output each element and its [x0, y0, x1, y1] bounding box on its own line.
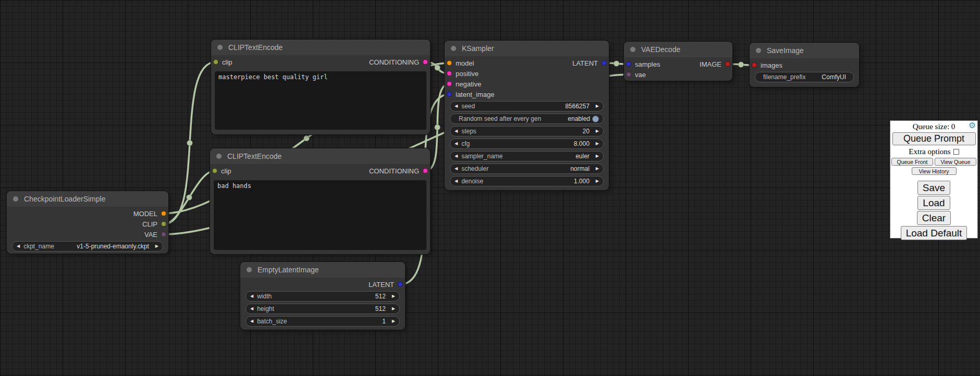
- view-history-button[interactable]: View History: [912, 167, 957, 175]
- decrement-arrow-icon[interactable]: ◀: [17, 244, 20, 248]
- decrement-arrow-icon[interactable]: ◀: [455, 179, 458, 183]
- load-button[interactable]: Load: [917, 196, 950, 210]
- decrement-arrow-icon[interactable]: ◀: [250, 307, 253, 311]
- width-widget[interactable]: ◀ width 512 ▶: [246, 291, 400, 302]
- latent-output-port[interactable]: [398, 282, 403, 287]
- cfg-widget[interactable]: ◀ cfg 8.000 ▶: [450, 139, 604, 149]
- increment-arrow-icon[interactable]: ▶: [596, 167, 599, 171]
- widget-label: sampler_name: [461, 153, 503, 160]
- settings-gear-icon[interactable]: ⚙: [969, 121, 976, 130]
- vae-input-port[interactable]: [626, 72, 631, 77]
- node-collapse-dot[interactable]: [756, 48, 761, 53]
- node-title-bar[interactable]: VAEDecode: [624, 42, 732, 57]
- samples-input-port[interactable]: [626, 61, 631, 67]
- widget-value[interactable]: 8566257: [475, 103, 590, 110]
- widget-value[interactable]: 512: [272, 293, 386, 300]
- toggle-on-icon[interactable]: [592, 116, 599, 122]
- input-label: clip: [222, 58, 232, 66]
- increment-arrow-icon[interactable]: ▶: [596, 104, 599, 108]
- conditioning-output-port[interactable]: [423, 59, 428, 65]
- decrement-arrow-icon[interactable]: ◀: [455, 167, 458, 171]
- clip-output-port[interactable]: [161, 221, 166, 227]
- node-collapse-dot[interactable]: [217, 45, 223, 50]
- height-widget[interactable]: ◀ height 512 ▶: [246, 304, 400, 314]
- widget-value[interactable]: 1.000: [483, 178, 590, 185]
- queue-prompt-button[interactable]: Queue Prompt: [892, 132, 976, 145]
- node-title-bar[interactable]: CheckpointLoaderSimple: [7, 191, 168, 207]
- scheduler-widget[interactable]: ◀ scheduler normal ▶: [450, 164, 604, 174]
- model-input-port[interactable]: [447, 60, 452, 66]
- widget-value[interactable]: v1-5-pruned-emaonly.ckpt: [54, 243, 149, 250]
- increment-arrow-icon[interactable]: ▶: [596, 142, 599, 146]
- node-collapse-dot[interactable]: [13, 196, 18, 202]
- model-output-port[interactable]: [161, 211, 166, 216]
- decrement-arrow-icon[interactable]: ◀: [455, 104, 458, 108]
- input-label: images: [761, 61, 782, 69]
- decrement-arrow-icon[interactable]: ◀: [455, 142, 458, 146]
- node-collapse-dot[interactable]: [216, 154, 222, 159]
- node-save-image[interactable]: SaveImage images filename_prefix ComfyUI: [750, 43, 859, 87]
- steps-widget[interactable]: ◀ steps 20 ▶: [450, 126, 604, 136]
- node-ksampler[interactable]: KSampler model LATENT positive negative …: [445, 41, 609, 190]
- widget-value[interactable]: ComfyUI: [805, 73, 846, 81]
- increment-arrow-icon[interactable]: ▶: [392, 307, 395, 311]
- save-button[interactable]: Save: [917, 181, 950, 195]
- node-vae-decode[interactable]: VAEDecode samples IMAGE vae: [624, 42, 732, 81]
- images-input-port[interactable]: [752, 62, 757, 68]
- increment-arrow-icon[interactable]: ▶: [392, 294, 395, 298]
- widget-value[interactable]: euler: [503, 153, 590, 160]
- widget-value[interactable]: 8.000: [470, 140, 590, 147]
- decrement-arrow-icon[interactable]: ◀: [250, 294, 253, 298]
- node-clip-text-encode-negative[interactable]: CLIPTextEncode clip CONDITIONING bad han…: [210, 148, 430, 254]
- clear-button[interactable]: Clear: [917, 211, 951, 225]
- increment-arrow-icon[interactable]: ▶: [596, 179, 599, 183]
- image-output-port[interactable]: [725, 61, 730, 67]
- node-title-bar[interactable]: SaveImage: [750, 43, 859, 58]
- denoise-widget[interactable]: ◀ denoise 1.000 ▶: [450, 176, 604, 186]
- input-label: vae: [635, 71, 646, 79]
- widget-value[interactable]: 512: [274, 305, 386, 312]
- load-default-button[interactable]: Load Default: [901, 226, 967, 240]
- sampler-name-widget[interactable]: ◀ sampler_name euler ▶: [450, 151, 604, 161]
- increment-arrow-icon[interactable]: ▶: [596, 129, 599, 133]
- clip-input-port[interactable]: [212, 168, 217, 173]
- batch-size-widget[interactable]: ◀ batch_size 1 ▶: [246, 316, 400, 327]
- node-checkpoint-loader[interactable]: CheckpointLoaderSimple MODEL CLIP VAE ◀ …: [7, 191, 168, 254]
- node-collapse-dot[interactable]: [451, 46, 456, 51]
- node-graph-canvas[interactable]: CheckpointLoaderSimple MODEL CLIP VAE ◀ …: [0, 0, 980, 376]
- decrement-arrow-icon[interactable]: ◀: [455, 154, 458, 158]
- node-empty-latent-image[interactable]: EmptyLatentImage LATENT ◀ width 512 ▶ ◀ …: [240, 262, 405, 330]
- decrement-arrow-icon[interactable]: ◀: [455, 129, 458, 133]
- widget-value[interactable]: 20: [476, 128, 590, 135]
- node-title-bar[interactable]: CLIPTextEncode: [210, 148, 430, 164]
- output-label: VAE: [144, 231, 157, 239]
- node-title-bar[interactable]: KSampler: [445, 41, 609, 56]
- node-title-bar[interactable]: CLIPTextEncode: [211, 40, 430, 55]
- node-collapse-dot[interactable]: [247, 267, 252, 272]
- clip-input-port[interactable]: [213, 59, 218, 65]
- conditioning-output-port[interactable]: [423, 168, 428, 173]
- view-queue-button[interactable]: View Queue: [935, 158, 976, 166]
- prompt-text-area[interactable]: masterpiece best quality girl: [215, 71, 426, 130]
- seed-widget[interactable]: ◀ seed 8566257 ▶: [450, 101, 604, 111]
- increment-arrow-icon[interactable]: ▶: [392, 319, 395, 323]
- latent-image-input-port[interactable]: [447, 92, 452, 97]
- extra-options-checkbox[interactable]: [953, 149, 959, 155]
- decrement-arrow-icon[interactable]: ◀: [250, 319, 253, 323]
- increment-arrow-icon[interactable]: ▶: [155, 244, 158, 248]
- filename-prefix-widget[interactable]: filename_prefix ComfyUI: [755, 72, 854, 82]
- node-collapse-dot[interactable]: [630, 47, 635, 52]
- prompt-text-area[interactable]: bad hands: [214, 180, 426, 250]
- increment-arrow-icon[interactable]: ▶: [596, 154, 599, 158]
- negative-input-port[interactable]: [447, 81, 452, 86]
- ckpt-name-widget[interactable]: ◀ ckpt_name v1-5-pruned-emaonly.ckpt ▶: [12, 241, 163, 252]
- node-clip-text-encode-positive[interactable]: CLIPTextEncode clip CONDITIONING masterp…: [211, 40, 430, 134]
- vae-output-port[interactable]: [161, 232, 166, 237]
- random-seed-toggle-widget[interactable]: Random seed after every gen enabled: [450, 114, 604, 124]
- queue-front-button[interactable]: Queue Front: [891, 158, 933, 166]
- positive-input-port[interactable]: [447, 71, 452, 76]
- widget-value[interactable]: normal: [488, 165, 590, 172]
- widget-value[interactable]: 1: [287, 318, 386, 325]
- node-title-bar[interactable]: EmptyLatentImage: [240, 262, 405, 278]
- latent-output-port[interactable]: [602, 60, 607, 66]
